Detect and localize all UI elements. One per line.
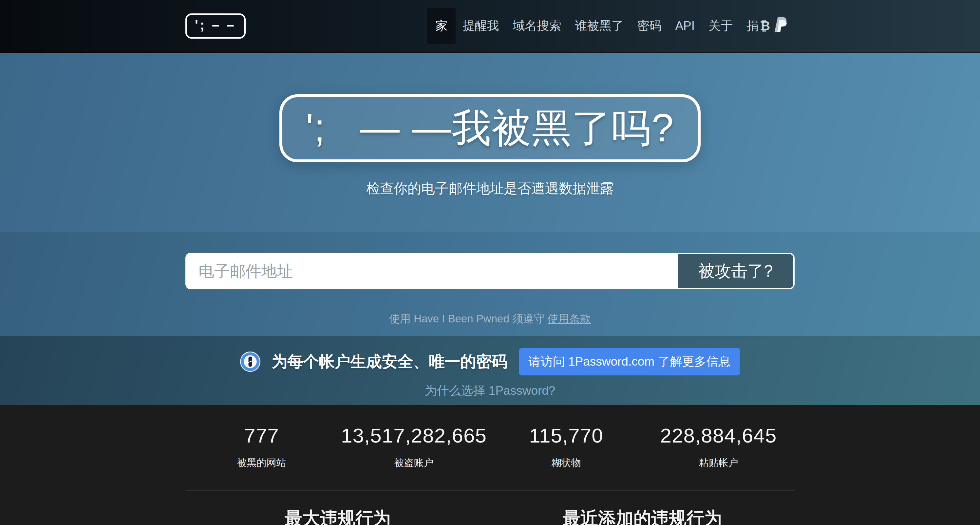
stat-pwned-websites: 777 被黑的网站	[185, 424, 338, 469]
stats-section: 777 被黑的网站 13,517,282,665 被盗账户 115,770 糊状…	[0, 405, 980, 525]
stat-label: 粘贴帐户	[642, 456, 795, 469]
main-nav: 家 提醒我 域名搜索 谁被黑了 密码 API 关于 捐 ₿	[427, 6, 795, 46]
terms-prefix: 使用 Have I Been Pwned 须遵守	[389, 312, 545, 325]
hero-section: '; — —我被黑了吗? 检查你的电子邮件地址是否遭遇数据泄露	[0, 53, 980, 232]
breach-headings-row: 最大违规行为 最近添加的违规行为	[185, 507, 795, 525]
largest-breaches-title: 最大违规行为	[185, 507, 490, 525]
nav-item-about[interactable]: 关于	[702, 8, 740, 44]
terms-line: 使用 Have I Been Pwned 须遵守 使用条款	[185, 312, 795, 326]
stat-label: 被盗账户	[338, 456, 490, 469]
hero-title-box: '; — —我被黑了吗?	[279, 94, 701, 162]
page-title: '; — —我被黑了吗?	[306, 102, 674, 155]
onepassword-learn-more-button[interactable]: 请访问 1Password.com 了解更多信息	[519, 348, 741, 376]
onepassword-message: 为每个帐户生成安全、唯一的密码	[272, 351, 508, 372]
stat-label: 被黑的网站	[185, 456, 338, 469]
donate-label: 捐	[746, 17, 759, 34]
why-onepassword-link[interactable]: 为什么选择 1Password?	[425, 384, 555, 397]
nav-item-donate[interactable]: 捐 ₿	[740, 6, 795, 46]
nav-item-domain-search[interactable]: 域名搜索	[506, 8, 568, 44]
top-navbar: '; – – 家 提醒我 域名搜索 谁被黑了 密码 API 关于 捐 ₿	[0, 0, 980, 53]
search-box: 被攻击了?	[185, 253, 795, 289]
stat-value: 13,517,282,665	[338, 424, 490, 447]
divider	[185, 490, 795, 491]
stat-value: 115,770	[490, 424, 642, 447]
bitcoin-icon: ₿	[760, 19, 770, 33]
recent-breaches-title: 最近添加的违规行为	[490, 507, 795, 525]
hero-subtitle: 检查你的电子邮件地址是否遭遇数据泄露	[366, 179, 614, 198]
paypal-icon	[773, 16, 788, 36]
stat-pwned-accounts: 13,517,282,665 被盗账户	[338, 424, 490, 469]
pwned-search-button[interactable]: 被攻击了?	[678, 254, 793, 288]
stat-value: 777	[185, 424, 338, 447]
search-section: 被攻击了? 使用 Have I Been Pwned 须遵守 使用条款	[0, 232, 980, 336]
site-logo-text: '; – –	[195, 17, 236, 32]
nav-item-home[interactable]: 家	[427, 8, 456, 44]
terms-link[interactable]: 使用条款	[548, 312, 591, 325]
stat-value: 228,884,645	[642, 424, 795, 447]
nav-item-api[interactable]: API	[668, 9, 702, 43]
nav-item-notify-me[interactable]: 提醒我	[456, 8, 506, 44]
nav-item-whos-been-pwned[interactable]: 谁被黑了	[568, 8, 630, 44]
stats-row: 777 被黑的网站 13,517,282,665 被盗账户 115,770 糊状…	[185, 424, 795, 469]
stat-label: 糊状物	[490, 456, 642, 469]
stat-pastes: 115,770 糊状物	[490, 424, 642, 469]
site-logo[interactable]: '; – –	[185, 13, 246, 39]
nav-item-passwords[interactable]: 密码	[630, 8, 668, 44]
onepassword-banner: 为每个帐户生成安全、唯一的密码 请访问 1Password.com 了解更多信息…	[0, 336, 980, 405]
stat-paste-accounts: 228,884,645 粘贴帐户	[642, 424, 795, 469]
email-search-input[interactable]	[187, 254, 678, 288]
onepassword-logo-icon	[240, 351, 261, 372]
